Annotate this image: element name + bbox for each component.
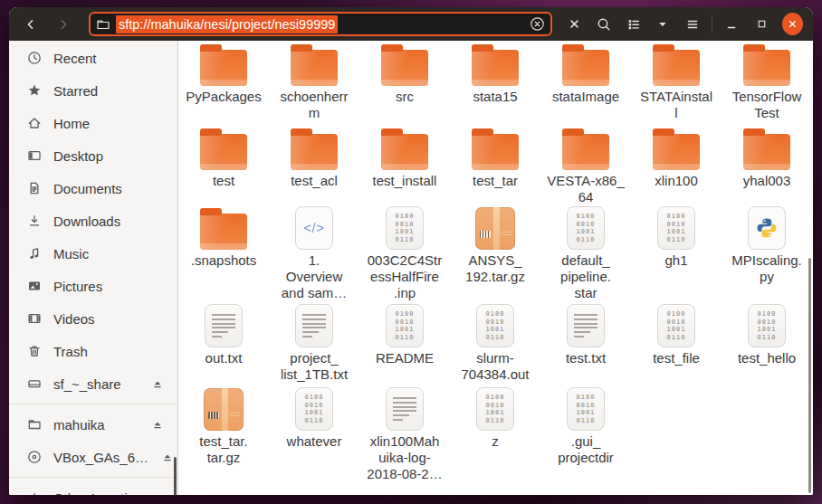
search-button[interactable] — [589, 9, 619, 40]
file-item[interactable]: xlin100Mah uika-log- 2018-08-2… — [359, 387, 450, 495]
file-grid-row: out.txtproject_ list_1TB.txt0100 0010 10… — [178, 304, 813, 387]
file-grid: PyPackagesschoenherr msrcstata15stataIma… — [178, 41, 813, 495]
eject-icon[interactable] — [150, 417, 165, 432]
sidebar-item-starred[interactable]: Starred — [9, 74, 177, 107]
file-label: PyPackages — [186, 89, 261, 105]
file-item[interactable]: project_ list_1TB.txt — [269, 304, 359, 387]
file-item[interactable]: test_acl — [269, 127, 359, 206]
file-item[interactable]: TensorFlow Test — [722, 43, 812, 127]
content-scrollbar[interactable] — [808, 258, 811, 493]
sidebar-item-home[interactable]: Home — [9, 107, 177, 139]
minimize-button[interactable] — [717, 9, 747, 40]
file-item[interactable]: yhal003 — [722, 127, 812, 206]
file-item[interactable]: test_tar. tar.gz — [178, 387, 269, 495]
file-item[interactable]: STATAinstal l — [631, 43, 722, 127]
trash-icon — [27, 344, 42, 358]
file-item[interactable]: test_install — [359, 127, 450, 206]
sidebar-item-trash[interactable]: Trash — [9, 335, 177, 367]
sidebar: RecentStarredHomeDesktopDocumentsDownloa… — [9, 41, 178, 495]
starred-icon — [27, 83, 42, 98]
folder-icon — [472, 134, 519, 170]
file-item[interactable]: VESTA-x86_ 64 — [540, 127, 631, 206]
sidebar-item-sf-share[interactable]: sf_~_share — [9, 367, 177, 400]
file-item[interactable]: stataImage — [540, 43, 631, 127]
back-button[interactable] — [16, 10, 45, 39]
view-list-button[interactable] — [618, 9, 648, 40]
binary-file-icon: 0100 0010 1001 0110 — [476, 304, 514, 347]
text-file-icon — [386, 387, 424, 431]
file-item[interactable]: 0100 0010 1001 0110.gui_ projectdir — [540, 387, 631, 495]
file-label: .gui_ projectdir — [558, 433, 614, 466]
file-item[interactable]: 0100 0010 1001 0110README — [359, 304, 450, 387]
file-item[interactable]: src — [359, 43, 450, 127]
file-label: gh1 — [664, 252, 687, 269]
file-item[interactable]: stata15 — [450, 43, 540, 127]
sidebar-item-mahuika[interactable]: mahuika — [9, 408, 177, 441]
sidebar-item-label: Starred — [53, 83, 98, 99]
eject-icon[interactable] — [160, 450, 175, 464]
sidebar-item-recent[interactable]: Recent — [9, 42, 177, 74]
file-label: src — [396, 89, 414, 105]
file-item[interactable]: 0100 0010 1001 0110whatever — [269, 387, 359, 495]
sidebar-item-pictures[interactable]: Pictures — [9, 270, 177, 302]
sidebar-item-vbox-gas-6[interactable]: VBox_GAs_6… — [9, 441, 177, 473]
close-icon — [568, 17, 581, 31]
file-item[interactable]: schoenherr m — [269, 43, 359, 127]
close-location-bar-button[interactable] — [559, 9, 589, 40]
folder-icon — [653, 50, 700, 86]
sidebar-item-videos[interactable]: Videos — [9, 302, 177, 335]
file-label: STATAinstal l — [640, 89, 712, 121]
sidebar-item-desktop[interactable]: Desktop — [9, 139, 177, 172]
file-label: stataImage — [552, 89, 619, 105]
file-item[interactable]: ANSYS_ 192.tar.gz — [450, 206, 540, 304]
python-file-icon — [748, 206, 786, 250]
file-item[interactable]: 0100 0010 1001 0110test_file — [631, 304, 722, 387]
folder-icon — [653, 134, 700, 170]
file-label: schoenherr m — [280, 89, 348, 121]
python-logo-icon — [755, 216, 779, 240]
text-file-icon — [205, 304, 243, 347]
file-item[interactable]: 0100 0010 1001 0110default_ pipeline. st… — [540, 206, 631, 304]
file-item[interactable]: test.txt — [540, 304, 631, 387]
sidebar-item-music[interactable]: Music — [9, 237, 177, 270]
file-item[interactable]: xlin100 — [631, 127, 722, 206]
remote-folder-icon — [27, 417, 42, 432]
view-options-dropdown[interactable] — [648, 9, 678, 40]
file-item[interactable]: .snapshots — [178, 206, 269, 304]
sidebar-item-downloads[interactable]: Downloads — [9, 204, 177, 237]
file-item[interactable]: 0100 0010 1001 0110test_hello — [722, 304, 812, 387]
sidebar-item-documents[interactable]: Documents — [9, 172, 177, 204]
file-grid-rows: PyPackagesschoenherr msrcstata15stataIma… — [178, 43, 813, 495]
forward-button[interactable] — [49, 10, 78, 39]
menu-button[interactable] — [678, 9, 708, 40]
file-item[interactable]: MPIscaling. py — [722, 206, 812, 304]
file-item[interactable]: </>1. Overview and sam… — [269, 206, 359, 304]
close-window-button[interactable] — [782, 13, 803, 35]
sidebar-item-other-locations[interactable]: Other Locations — [9, 481, 177, 495]
maximize-button[interactable] — [747, 9, 777, 40]
file-item[interactable]: 0100 0010 1001 0110gh1 — [631, 206, 722, 304]
folder-icon — [381, 134, 428, 170]
file-item[interactable]: PyPackages — [178, 43, 269, 127]
folder-icon — [743, 134, 790, 170]
file-item[interactable]: 0100 0010 1001 0110003C2C4Str essHalfFir… — [359, 206, 450, 304]
file-item[interactable]: 0100 0010 1001 0110z — [450, 387, 540, 495]
file-item[interactable]: out.txt — [178, 304, 269, 387]
window-body: RecentStarredHomeDesktopDocumentsDownloa… — [9, 41, 813, 495]
eject-icon[interactable] — [150, 376, 165, 391]
code-file-icon: </> — [295, 206, 333, 250]
location-input[interactable]: sftp://mahuika/nesi/project/nesi99999 — [89, 12, 552, 36]
file-grid-row: test_tar. tar.gz0100 0010 1001 0110whate… — [178, 387, 813, 495]
sidebar-separator — [9, 404, 177, 404]
file-item[interactable]: test_tar — [450, 127, 540, 206]
clear-location-icon[interactable] — [530, 16, 545, 32]
file-label: VESTA-x86_ 64 — [547, 173, 625, 205]
sidebar-scrollbar[interactable] — [174, 457, 177, 495]
file-item[interactable]: test — [178, 127, 269, 206]
file-label: z — [492, 433, 499, 450]
sidebar-item-label: Downloads — [53, 214, 120, 229]
file-item[interactable]: 0100 0010 1001 0110slurm- 704384.out — [450, 304, 540, 387]
navigation-buttons — [9, 10, 78, 39]
sidebar-item-label: Other Locations — [53, 490, 149, 496]
file-label: xlin100Mah uika-log- 2018-08-2… — [367, 433, 442, 482]
